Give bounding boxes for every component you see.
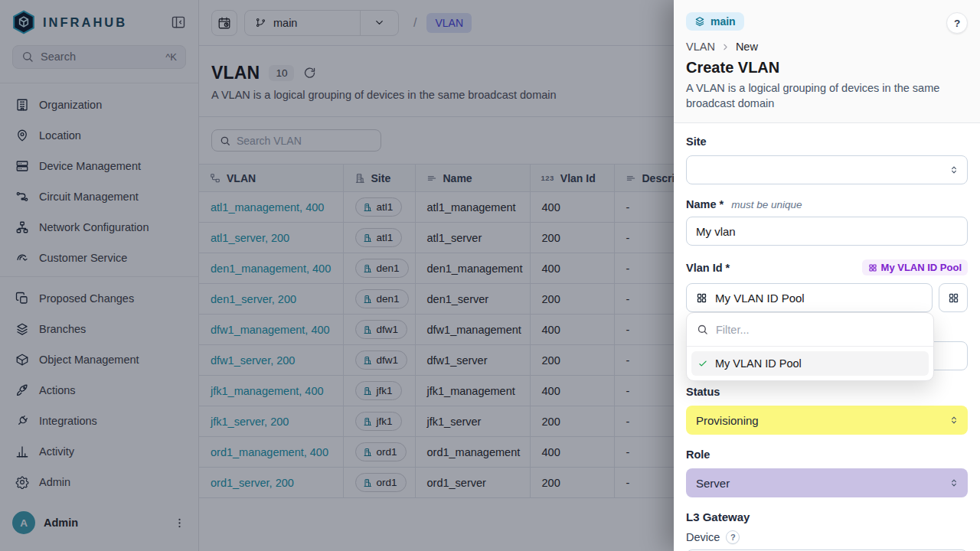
modal-backdrop[interactable] (0, 0, 674, 551)
role-value: Server (696, 477, 730, 490)
pool-value: My VLAN ID Pool (715, 292, 805, 305)
grid-icon (696, 292, 707, 304)
device-help-icon[interactable]: ? (726, 530, 740, 544)
breadcrumb-current: New (736, 41, 758, 53)
vlan-id-label: Vlan Id * (686, 262, 730, 274)
field-site: Site (686, 135, 968, 184)
chevrons-up-down-icon (949, 415, 959, 425)
device-label-row: Device ? (686, 530, 968, 544)
panel-form: Site Name * must be unique Vlan Id (674, 123, 980, 551)
panel-subtitle: A VLAN is a logical grouping of devices … (686, 80, 956, 111)
dropdown-option-label: My VLAN ID Pool (715, 357, 802, 370)
status-select[interactable]: Provisioning (686, 406, 968, 435)
pool-badge: My VLAN ID Pool (862, 259, 968, 276)
role-label: Role (686, 448, 968, 461)
name-label: Name * must be unique (686, 198, 968, 210)
required-marker: * (726, 262, 730, 274)
search-icon (697, 324, 708, 335)
status-label: Status (686, 386, 968, 398)
app-root: INFRAHUB Search ^K Organization Location (0, 0, 980, 551)
dropdown-filter[interactable] (687, 313, 933, 347)
site-label: Site (686, 135, 968, 148)
panel-title: Create VLAN (686, 59, 968, 77)
chevrons-up-down-icon (949, 478, 959, 488)
breadcrumb-parent[interactable]: VLAN (686, 41, 715, 53)
vlan-id-pool-combobox[interactable]: My VLAN ID Pool (686, 283, 933, 312)
l3-gateway-heading: L3 Gateway (686, 510, 968, 523)
status-value: Provisioning (696, 414, 759, 427)
device-label: Device (686, 531, 720, 543)
chevron-right-icon (720, 42, 730, 52)
dropdown-option-selected[interactable]: My VLAN ID Pool (691, 351, 929, 376)
required-marker: * (720, 198, 724, 210)
name-hint: must be unique (731, 199, 802, 210)
check-icon (697, 358, 708, 369)
grid-icon (868, 263, 877, 272)
dropdown-filter-input[interactable] (716, 324, 923, 336)
chevrons-up-down-icon (949, 165, 959, 175)
field-vlan-id: Vlan Id * My VLAN ID Pool My VLAN ID Poo… (686, 259, 968, 312)
help-button[interactable]: ? (946, 12, 968, 34)
pool-picker-button[interactable] (939, 283, 968, 312)
field-status: Status Provisioning (686, 386, 968, 435)
branch-badge: main (686, 12, 744, 31)
site-select[interactable] (686, 155, 968, 184)
panel-breadcrumb: VLAN New (686, 41, 968, 53)
panel-header: main ? VLAN New Create VLAN A VLAN is a … (674, 0, 980, 123)
layers-icon (694, 16, 705, 27)
pool-dropdown: My VLAN ID Pool (686, 312, 934, 381)
field-name: Name * must be unique (686, 198, 968, 246)
field-role: Role Server (686, 448, 968, 497)
name-input[interactable] (686, 217, 968, 246)
role-select[interactable]: Server (686, 468, 968, 497)
create-vlan-panel: main ? VLAN New Create VLAN A VLAN is a … (674, 0, 980, 551)
